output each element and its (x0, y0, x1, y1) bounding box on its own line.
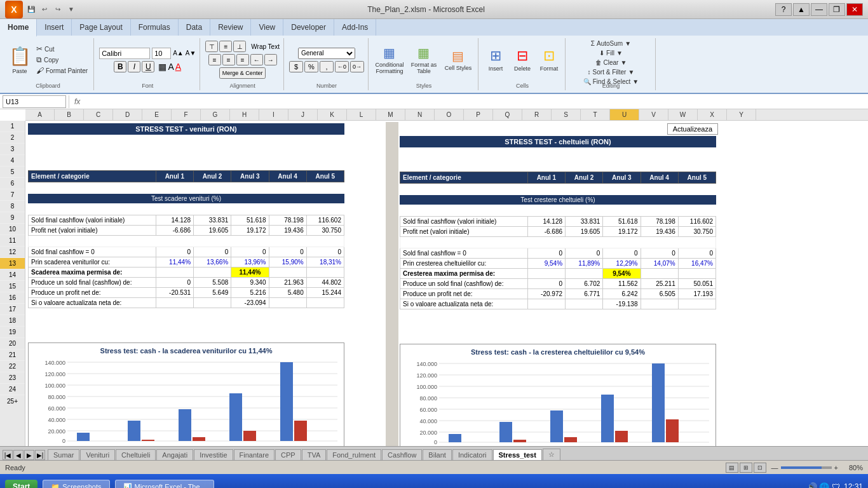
col-n[interactable]: N (405, 109, 435, 120)
bold-button[interactable]: B (114, 61, 126, 72)
insert-button[interactable]: ⊞ Insert (484, 48, 508, 72)
normal-view-btn[interactable]: ▤ (726, 463, 738, 473)
sheet-nav-first[interactable]: |◀ (3, 450, 13, 460)
tab-developer[interactable]: Developer (283, 19, 334, 36)
col-t[interactable]: T (581, 109, 610, 120)
tab-venituri[interactable]: Venituri (80, 449, 115, 460)
decimal-increase-button[interactable]: ←0 (335, 61, 349, 72)
undo-icon[interactable]: ↩ (39, 4, 50, 15)
col-x[interactable]: X (698, 109, 727, 120)
zoom-in-icon[interactable]: + (834, 464, 838, 471)
sheet-nav-last[interactable]: ▶| (35, 450, 45, 460)
tab-add-new[interactable]: ☆ (543, 449, 560, 460)
conditional-formatting-button[interactable]: ▦ Conditional Formatting (374, 45, 405, 74)
tab-review[interactable]: Review (210, 19, 251, 36)
tab-add-ins[interactable]: Add-Ins (334, 19, 376, 36)
align-top-button[interactable]: ⊤ (205, 41, 218, 52)
tab-insert[interactable]: Insert (37, 19, 72, 36)
right-align-button[interactable]: ≡ (236, 54, 249, 65)
sheet-nav-next[interactable]: ▶ (24, 450, 34, 460)
tab-view[interactable]: View (251, 19, 283, 36)
border-icon[interactable]: ▦ (158, 62, 166, 72)
col-i[interactable]: I (259, 109, 288, 120)
zoom-slider[interactable] (781, 466, 832, 469)
restore-btn[interactable]: ❐ (829, 3, 845, 16)
tab-angajati[interactable]: Angajati (156, 449, 193, 460)
col-r[interactable]: R (522, 109, 552, 120)
col-f[interactable]: F (172, 109, 201, 120)
tab-fond-rulment[interactable]: Fond_rulment (327, 449, 381, 460)
redo-icon[interactable]: ↪ (52, 4, 64, 15)
copy-button[interactable]: ⧉ Copy (34, 55, 90, 65)
font-size-input[interactable] (152, 48, 171, 59)
close-btn[interactable]: ✕ (846, 3, 863, 16)
tab-page-layout[interactable]: Page Layout (72, 19, 130, 36)
currency-button[interactable]: $ (289, 61, 303, 72)
indent-increase-button[interactable]: → (264, 54, 277, 65)
tab-indicatori[interactable]: Indicatori (452, 449, 492, 460)
tab-sumar[interactable]: Sumar (48, 449, 79, 460)
tab-tva[interactable]: TVA (302, 449, 327, 460)
col-j[interactable]: J (288, 109, 318, 120)
align-middle-button[interactable]: ≡ (219, 41, 232, 52)
minimize-btn[interactable]: — (811, 3, 827, 16)
cut-button[interactable]: ✂ Cut (34, 44, 90, 54)
font-size-up-icon[interactable]: A▲ (173, 50, 184, 57)
dropdown-icon[interactable]: ▼ (65, 4, 77, 15)
autosum-button[interactable]: Σ AutoSum ▼ (589, 39, 633, 48)
fill-button[interactable]: ⬇ Fill ▼ (597, 49, 625, 57)
cell-styles-button[interactable]: ▤ Cell Styles (442, 48, 474, 71)
percent-button[interactable]: % (304, 61, 318, 72)
name-box[interactable] (3, 95, 66, 108)
col-m[interactable]: M (376, 109, 405, 120)
indent-decrease-button[interactable]: ← (250, 54, 263, 65)
excel-taskbar-item[interactable]: 📊 Microsoft Excel - The... (115, 480, 214, 489)
actualizeaza-button[interactable]: Actualizeaza (667, 123, 718, 135)
col-u[interactable]: U (610, 109, 639, 120)
center-align-button[interactable]: ≡ (222, 54, 235, 65)
tab-finantare[interactable]: Finantare (234, 449, 275, 460)
tab-formulas[interactable]: Formulas (131, 19, 179, 36)
tab-cheltuieli[interactable]: Cheltuieli (116, 449, 156, 460)
font-color-icon[interactable]: A (175, 62, 181, 72)
clear-dropdown-icon[interactable]: ▼ (620, 59, 627, 66)
zoom-level[interactable]: 80% (841, 464, 863, 471)
paste-button[interactable]: 📋 Paste (6, 46, 33, 74)
find-select-dropdown-icon[interactable]: ▼ (632, 78, 639, 85)
tab-cpp[interactable]: CPP (275, 449, 301, 460)
formula-input[interactable] (85, 95, 865, 108)
font-size-down-icon[interactable]: A▼ (186, 50, 196, 57)
delete-button[interactable]: ⊟ Delete (510, 48, 534, 72)
zoom-out-icon[interactable]: — (771, 464, 778, 471)
col-e[interactable]: E (142, 109, 172, 120)
col-h[interactable]: H (230, 109, 259, 120)
clear-button[interactable]: 🗑 Clear ▼ (593, 58, 629, 67)
col-k[interactable]: K (318, 109, 347, 120)
tab-bilant[interactable]: Bilant (423, 449, 452, 460)
tab-home[interactable]: Home (0, 19, 37, 37)
merge-center-button[interactable]: Merge & Center (219, 67, 266, 79)
start-button[interactable]: Start (5, 480, 37, 488)
tab-data[interactable]: Data (179, 19, 210, 36)
col-s[interactable]: S (552, 109, 581, 120)
font-name-input[interactable] (99, 48, 150, 59)
fill-color-icon[interactable]: A (168, 62, 173, 72)
col-d[interactable]: D (113, 109, 142, 120)
col-v[interactable]: V (639, 109, 668, 120)
col-q[interactable]: Q (493, 109, 522, 120)
col-y[interactable]: Y (727, 109, 756, 120)
sort-filter-dropdown-icon[interactable]: ▼ (628, 69, 634, 76)
underline-button[interactable]: U (142, 61, 154, 72)
col-p[interactable]: P (464, 109, 493, 120)
format-button[interactable]: ⊡ Format (537, 48, 561, 72)
ribbon-toggle[interactable]: ▲ (793, 3, 810, 16)
decimal-decrease-button[interactable]: 0→ (350, 61, 364, 72)
italic-button[interactable]: I (128, 61, 140, 72)
align-bottom-button[interactable]: ⊥ (233, 41, 246, 52)
format-painter-button[interactable]: 🖌 Format Painter (34, 65, 90, 76)
save-icon[interactable]: 💾 (25, 4, 37, 15)
col-b[interactable]: B (55, 109, 84, 120)
tab-investitie[interactable]: Investitie (194, 449, 233, 460)
help-btn[interactable]: ? (775, 3, 792, 16)
tab-cashflow[interactable]: Cashflow (382, 449, 422, 460)
